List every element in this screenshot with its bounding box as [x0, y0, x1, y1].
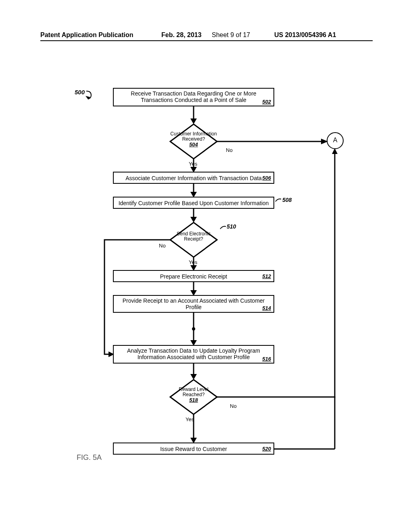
decision-510: Send Electronic Receipt? — [169, 222, 218, 258]
figure-label: FIG. 5A — [77, 453, 102, 462]
header-date: Feb. 28, 2013 — [161, 31, 202, 39]
decision-504-text: Customer Information Received? — [170, 131, 217, 142]
step-502-text: Receive Transaction Data Regarding One o… — [131, 90, 256, 103]
arrow-510-512 — [190, 257, 197, 271]
decision-510-text: Send Electronic Receipt? — [177, 231, 211, 242]
svg-point-20 — [192, 327, 195, 330]
decision-518-textker: Reward Level Reached? — [179, 387, 208, 397]
arrow-518-no-to-a — [216, 148, 341, 405]
arrow-516-518 — [190, 364, 197, 380]
arrow-506-508 — [190, 184, 197, 197]
flowchart-ref-500: 500 — [75, 89, 85, 96]
connector-520-merge — [333, 397, 337, 450]
arrow-504-506 — [190, 159, 197, 172]
decision-504-ref: 504 — [189, 141, 198, 148]
ref-500-hook-icon — [84, 90, 94, 102]
header-pubnum: US 2013/0054396 A1 — [274, 31, 336, 39]
svg-marker-5 — [321, 139, 328, 144]
header-sheet: Sheet 9 of 17 — [212, 31, 250, 39]
header-rule — [40, 40, 373, 41]
step-520-text: Issue Reward to Customer — [160, 446, 227, 452]
arrow-518-520 — [190, 414, 197, 443]
arrow-508-510 — [190, 209, 197, 222]
decision-518: Reward Level Reached? 518 — [169, 379, 218, 415]
step-502-ref: 502 — [262, 99, 271, 105]
arrow-502-504 — [190, 106, 197, 124]
decision-504: Customer Information Received? 504 — [169, 123, 218, 160]
arrow-512-514 — [190, 282, 197, 296]
patent-page: Patent Application Publication Feb. 28, … — [0, 0, 413, 532]
step-520-ref: 520 — [262, 445, 271, 453]
step-502-box: Receive Transaction Data Regarding One o… — [113, 88, 274, 106]
arrow-504-no-to-a — [217, 139, 328, 144]
arrow-514-516 — [190, 313, 197, 346]
off-page-connector-a: A — [327, 132, 344, 149]
decision-518-ref: 518 — [189, 397, 198, 403]
svg-marker-24 — [332, 148, 338, 154]
arrow-520-to-right-rail — [274, 446, 339, 452]
header-publication-type: Patent Application Publication — [40, 31, 133, 39]
step-520-box: Issue Reward to Customer 520 — [113, 443, 274, 455]
